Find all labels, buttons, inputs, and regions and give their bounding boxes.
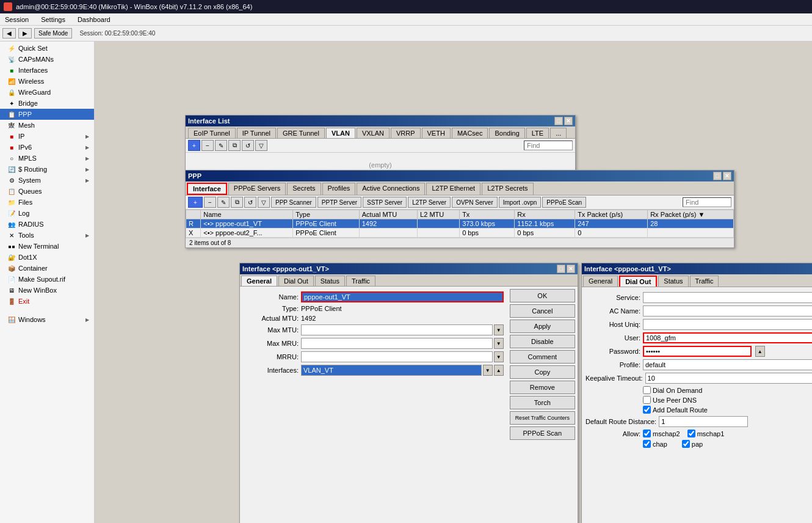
sidebar-item-system[interactable]: ⚙ System: [0, 175, 94, 186]
forward-button[interactable]: ▶: [18, 28, 32, 38]
add-default-route-label[interactable]: Add Default Route: [643, 406, 708, 414]
sidebar-item-dot1x[interactable]: 🔐 Dot1X: [0, 252, 94, 263]
mschap2-cb[interactable]: [643, 430, 651, 437]
menu-settings[interactable]: Settings: [38, 15, 68, 24]
table-row[interactable]: R <•> pppoe-out1_VT PPPoE Client 1492 37…: [186, 219, 734, 229]
ovpn-server-btn[interactable]: OVPN Server: [452, 197, 498, 208]
find-input-il[interactable]: [524, 141, 573, 150]
sidebar-item-ppp[interactable]: 📋 PPP: [0, 109, 94, 120]
ppp-add-button[interactable]: +: [188, 197, 203, 208]
menu-session[interactable]: Session: [2, 15, 31, 24]
iface-win1-disable-btn[interactable]: Disable: [510, 335, 575, 348]
edit-button[interactable]: ✎: [215, 140, 227, 151]
tab-vrrp[interactable]: VRRP: [391, 128, 421, 138]
pap-cb[interactable]: [682, 440, 690, 448]
iface-win1-tab-status[interactable]: Status: [315, 276, 345, 286]
interfaces-dropdown[interactable]: ▼: [483, 365, 493, 376]
add-default-route-cb[interactable]: [643, 406, 651, 414]
ppp-remove-button[interactable]: −: [204, 197, 216, 208]
mschap1-label[interactable]: mschap1: [687, 430, 725, 437]
iface-win1-tab-dial-out[interactable]: Dial Out: [278, 276, 314, 286]
sidebar-item-interfaces[interactable]: ■ Interfaces: [0, 65, 94, 76]
sidebar-item-queues[interactable]: 📋 Queues: [0, 186, 94, 197]
password-input[interactable]: [643, 346, 752, 357]
ppp-tab-l2tp-secrets[interactable]: L2TP Secrets: [482, 183, 533, 195]
sidebar-item-new-winbox[interactable]: 🖥 New WinBox: [0, 285, 94, 296]
find-input-ppp[interactable]: [683, 197, 731, 207]
iface-win1-torch-btn[interactable]: Torch: [510, 396, 575, 409]
max-mru-input[interactable]: [301, 338, 493, 349]
ppp-scanner-btn[interactable]: PPP Scanner: [271, 197, 316, 208]
sidebar-item-exit[interactable]: 🚪 Exit: [0, 296, 94, 307]
service-input[interactable]: [643, 292, 812, 303]
copy-button-il[interactable]: ⧉: [228, 140, 241, 151]
ppp-reset-button[interactable]: ↺: [244, 197, 256, 208]
mschap2-label[interactable]: mschap2: [643, 430, 680, 437]
safe-mode-button[interactable]: Safe Mode: [34, 28, 72, 38]
keepalive-input[interactable]: [645, 373, 812, 384]
sidebar-item-wireless[interactable]: 📶 Wireless: [0, 76, 94, 87]
sidebar-item-files[interactable]: 📁 Files: [0, 197, 94, 208]
sidebar-item-container[interactable]: 📦 Container: [0, 263, 94, 274]
sidebar-item-ipv6[interactable]: ■ IPv6: [0, 142, 94, 153]
iface-win1-tab-traffic[interactable]: Traffic: [346, 276, 375, 286]
chap-label[interactable]: chap: [643, 440, 667, 448]
import-ovpn-btn[interactable]: Import .ovpn: [499, 197, 542, 208]
iface-win1-close[interactable]: ✕: [567, 265, 575, 273]
mrru-input[interactable]: [301, 351, 493, 362]
profile-input[interactable]: [643, 359, 812, 370]
tab-more[interactable]: ...: [550, 128, 567, 138]
sidebar-item-mpls[interactable]: ○ MPLS: [0, 153, 94, 164]
iface-win1-comment-btn[interactable]: Comment: [510, 350, 575, 364]
add-button[interactable]: +: [188, 140, 200, 151]
sidebar-item-mesh[interactable]: 🕸 Mesh: [0, 120, 94, 131]
sidebar-item-make-supout[interactable]: 📄 Make Supout.rif: [0, 274, 94, 285]
dial-on-demand-label[interactable]: Dial On Demand: [643, 386, 702, 394]
sidebar-item-quick-set[interactable]: ⚡ Quick Set: [0, 43, 94, 54]
iface-win1-ok-btn[interactable]: OK: [510, 289, 575, 302]
ppp-tab-profiles[interactable]: Profiles: [322, 183, 356, 195]
iface-win2-tab-dial-out[interactable]: Dial Out: [619, 276, 657, 287]
ppp-filter-button[interactable]: ▽: [258, 197, 270, 208]
iface-win1-reset-traffic-btn[interactable]: Reset Traffic Counters: [510, 411, 575, 425]
ppp-copy-button[interactable]: ⧉: [231, 197, 243, 208]
ppp-tab-pppoe-servers[interactable]: PPPoE Servers: [228, 183, 286, 195]
ppp-tab-active-connections[interactable]: Active Connections: [357, 183, 425, 195]
host-uniq-input[interactable]: [643, 319, 812, 330]
max-mtu-dropdown[interactable]: ▼: [494, 324, 504, 335]
ppp-close[interactable]: ✕: [723, 172, 731, 180]
iface-win1-tab-general[interactable]: General: [241, 276, 277, 286]
pap-label[interactable]: pap: [682, 440, 703, 448]
dial-on-demand-cb[interactable]: [643, 386, 651, 394]
sidebar-item-windows[interactable]: 🪟 Windows: [0, 314, 94, 325]
iface-win2-tab-status[interactable]: Status: [658, 276, 688, 287]
interfaces-input[interactable]: [301, 365, 482, 376]
iface-win1-pppoe-scan-btn[interactable]: PPPoE Scan: [510, 426, 575, 440]
sidebar-item-wireguard[interactable]: 🔒 WireGuard: [0, 87, 94, 98]
menu-dashboard[interactable]: Dashboard: [75, 15, 113, 24]
tab-vxlan[interactable]: VXLAN: [357, 128, 390, 138]
iface-win1-cancel-btn[interactable]: Cancel: [510, 304, 575, 318]
l2tp-server-btn[interactable]: L2TP Server: [408, 197, 451, 208]
back-button[interactable]: ◀: [2, 28, 16, 38]
sidebar-item-radius[interactable]: 👥 RADIUS: [0, 219, 94, 230]
tab-eoip-tunnel[interactable]: EoIP Tunnel: [188, 128, 236, 138]
remove-button[interactable]: −: [201, 140, 214, 151]
user-input[interactable]: [643, 332, 812, 343]
filter-button-il[interactable]: ▽: [255, 140, 267, 151]
iface-win1-apply-btn[interactable]: Apply: [510, 320, 575, 333]
iface-win2-tab-general[interactable]: General: [583, 276, 618, 287]
tab-vlan[interactable]: VLAN: [326, 128, 355, 138]
interface-list-minimize[interactable]: □: [554, 117, 563, 125]
mrru-dropdown[interactable]: ▼: [494, 351, 504, 362]
ppp-minimize[interactable]: □: [713, 172, 722, 180]
max-mtu-input[interactable]: [301, 324, 493, 335]
ppp-tab-secrets[interactable]: Secrets: [287, 183, 321, 195]
pppoe-scan-btn-main[interactable]: PPPoE Scan: [542, 197, 586, 208]
table-row[interactable]: X <•> pppoe-out2_F... PPPoE Client 0 bps…: [186, 229, 734, 238]
sidebar-item-routing[interactable]: 🔄 $ Routing: [0, 164, 94, 175]
default-route-dist-input[interactable]: [659, 416, 748, 427]
ppp-edit-button[interactable]: ✎: [217, 197, 230, 208]
ppp-tab-interface[interactable]: Interface: [187, 183, 227, 195]
name-input[interactable]: [301, 291, 504, 302]
